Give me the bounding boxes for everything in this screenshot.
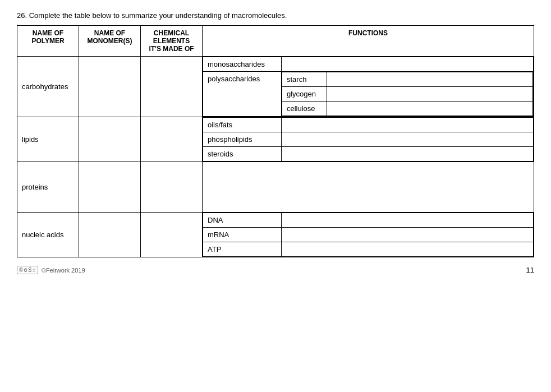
function-row: DNA [203, 213, 534, 228]
functions-nucleic-acids: DNA mRNA ATP [203, 213, 534, 257]
function-row: mRNA [203, 228, 534, 242]
footer: © 🄯 $ ≡ ©Feirwork 2019 11 [17, 266, 534, 274]
chemical-nucleic-acids [141, 213, 203, 257]
function-row: phospholipids [203, 132, 534, 147]
subsub-label-glycogen: glycogen [282, 87, 327, 102]
polymer-proteins: proteins [17, 162, 79, 213]
subsub-label-starch: starch [282, 72, 327, 87]
function-label-mrna: mRNA [203, 228, 282, 242]
function-label-oils: oils/fats [203, 118, 282, 132]
functions-carbohydrates: monosaccharides polysaccharides starch [203, 57, 534, 117]
function-row: ATP [203, 242, 534, 257]
function-label-atp: ATP [203, 242, 282, 257]
header-monomer: NAME OFMONOMER(S) [79, 26, 141, 57]
subsub-blank [327, 87, 533, 102]
cc-badge: © 🄯 $ ≡ [17, 266, 38, 274]
header-chemical: CHEMICALELEMENTSIT'S MADE OF [141, 26, 203, 57]
function-row: steroids [203, 147, 534, 162]
header-functions: FUNCTIONS [203, 26, 534, 57]
table-row: lipids oils/fats phospholipids steroids [17, 117, 534, 162]
function-label-polysaccharides: polysaccharides [203, 72, 282, 117]
function-blank [282, 147, 534, 162]
function-row: oils/fats [203, 118, 534, 132]
subsub-row: glycogen [282, 87, 533, 102]
chemical-proteins [141, 162, 203, 213]
subsub-row: starch [282, 72, 533, 87]
table-row: carbohydrates monosaccharides polysaccha… [17, 57, 534, 117]
header-polymer: NAME OFPOLYMER [17, 26, 79, 57]
question-text: 26. Complete the table below to summariz… [17, 11, 534, 20]
subsub-row: cellulose [282, 102, 533, 116]
polymer-carbohydrates: carbohydrates [17, 57, 79, 117]
function-blank [282, 57, 534, 72]
subsub-blank [327, 102, 533, 116]
subsub-label-cellulose: cellulose [282, 102, 327, 116]
function-label: monosaccharides [203, 57, 282, 72]
function-blank [282, 242, 534, 257]
function-blank [282, 213, 534, 228]
functions-proteins [203, 162, 534, 213]
monomer-proteins [79, 162, 141, 213]
polymer-lipids: lipids [17, 117, 79, 162]
footer-copyright: ©Feirwork 2019 [42, 267, 85, 274]
function-label-phospholipids: phospholipids [203, 132, 282, 147]
function-nested: starch glycogen cellulose [282, 72, 534, 117]
chemical-carbohydrates [141, 57, 203, 117]
monomer-nucleic-acids [79, 213, 141, 257]
function-blank [282, 132, 534, 147]
function-blank [282, 228, 534, 242]
footer-icons: © 🄯 $ ≡ ©Feirwork 2019 [17, 266, 85, 274]
functions-lipids: oils/fats phospholipids steroids [203, 117, 534, 162]
monomer-carbohydrates [79, 57, 141, 117]
function-label-steroids: steroids [203, 147, 282, 162]
table-row: proteins [17, 162, 534, 213]
monomer-lipids [79, 117, 141, 162]
page-number: 11 [526, 266, 534, 274]
macromolecules-table: NAME OFPOLYMER NAME OFMONOMER(S) CHEMICA… [17, 25, 534, 257]
function-row: monosaccharides [203, 57, 534, 72]
polymer-nucleic-acids: nucleic acids [17, 213, 79, 257]
subsub-blank [327, 72, 533, 87]
chemical-lipids [141, 117, 203, 162]
function-blank [282, 118, 534, 132]
table-row: nucleic acids DNA mRNA ATP [17, 213, 534, 257]
function-row: polysaccharides starch glycogen [203, 72, 534, 117]
function-label-dna: DNA [203, 213, 282, 228]
